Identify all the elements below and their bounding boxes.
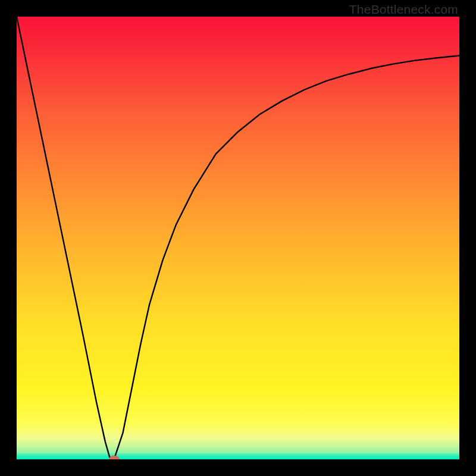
- optimum-marker: [109, 456, 120, 460]
- bottleneck-curve-svg: [17, 17, 459, 459]
- bottleneck-curve-path: [17, 17, 459, 459]
- chart-frame: TheBottleneck.com: [0, 0, 476, 476]
- watermark-label: TheBottleneck.com: [349, 2, 458, 17]
- plot-area: [17, 17, 459, 459]
